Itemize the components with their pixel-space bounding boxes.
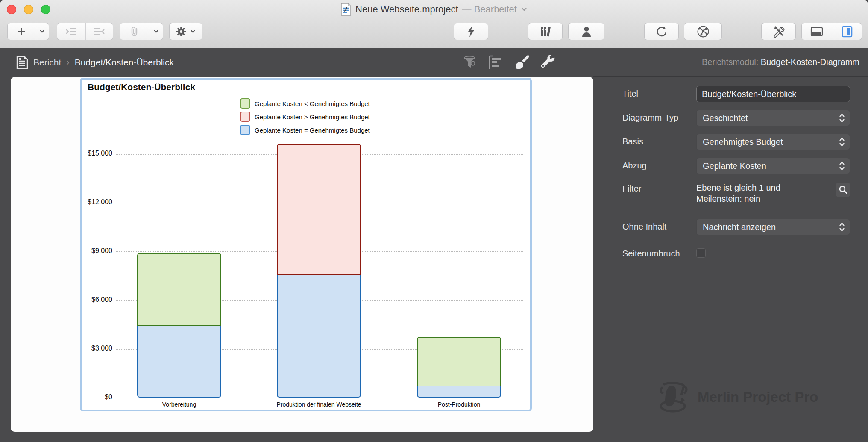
action-menu-button[interactable] [170,23,202,40]
diagramm-typ-select[interactable]: Geschichtet [696,110,850,126]
report-icon [16,56,28,69]
seitenumbruch-checkbox[interactable] [696,248,706,258]
document-icon [340,3,352,16]
chevron-down-icon[interactable] [521,7,528,12]
report-canvas[interactable]: Budget/Kosten-Überblick $0$3.000$6.000$9… [11,77,593,432]
sync-button-wrap [644,23,679,40]
category-label: Vorbereitung [111,401,247,408]
sync-button[interactable] [645,23,678,40]
network-button-wrap [684,23,722,40]
bar-segment [417,337,501,386]
category-label: Post-Produktion [391,401,527,408]
legend-swatch [240,98,250,109]
watermark: Merlin Project Pro [657,380,818,414]
view-option-icons [462,55,556,70]
indent-icon [65,27,77,36]
basis-select[interactable]: Genehmigtes Budget [696,134,850,150]
chevron-updown-icon [839,222,845,232]
window-title: Neue Webseite.mproject [355,4,458,15]
network-button[interactable] [684,23,721,40]
outdent-button[interactable] [85,23,113,40]
titel-input[interactable] [696,86,850,102]
conflicts-button-wrap [454,23,488,40]
attach-options-button[interactable] [149,23,163,40]
panel-toggle-group [801,23,862,40]
chevron-updown-icon [839,113,845,123]
module-caption: Berichtsmodul: Budget-Kosten-Diagramm [702,57,859,67]
settings-button-wrap [761,23,796,40]
indent-button-group [57,23,113,40]
chevron-down-icon [153,29,159,34]
ohne-inhalt-label: Ohne Inhalt [622,222,666,232]
legend-label: Geplante Kosten < Genehmigtes Budget [255,100,370,107]
diagramm-typ-label: Diagramm-Typ [622,113,678,123]
y-axis-tick-label: $12.000 [82,198,112,206]
attach-button-group [120,23,163,40]
chevron-updown-icon [839,137,845,147]
abzug-select[interactable]: Geplante Kosten [696,158,850,174]
legend-item: Geplante Kosten = Genehmigtes Budget [240,125,370,135]
legend-label: Geplante Kosten = Genehmigtes Budget [255,127,370,134]
gear-icon [176,26,187,37]
legend-swatch [240,125,250,135]
app-window: Neue Webseite.mproject — Bearbeitet [0,0,868,442]
breadcrumb-bar: Bericht › Budget/Kosten-Überblick [0,48,868,76]
module-caption-value: Budget-Kosten-Diagramm [761,57,859,67]
titel-label: Titel [622,89,638,99]
sync-icon [656,26,668,38]
chevron-down-icon [190,29,196,34]
resources-button[interactable] [569,23,604,40]
library-button[interactable] [528,23,562,40]
y-axis-tick-label: $9.000 [82,247,112,255]
y-axis-tick-label: $0 [82,393,112,401]
right-panel-icon [842,26,853,38]
abzug-label: Abzug [622,161,647,171]
breadcrumb-current[interactable]: Budget/Kosten-Überblick [75,57,174,68]
indent-button[interactable] [57,23,85,40]
breadcrumb-root[interactable]: Bericht [33,57,61,68]
legend-label: Geplante Kosten > Genehmigtes Budget [255,113,370,121]
chevron-down-icon [39,29,45,34]
window-modified-label: — Bearbeitet [462,4,517,15]
add-options-button[interactable] [35,23,49,40]
tools-icon [773,26,785,38]
filter-label: Filter [622,184,641,194]
filter-search-button[interactable] [836,183,850,197]
chevron-updown-icon [839,161,845,171]
settings-button[interactable] [762,23,795,40]
wrench-icon[interactable] [540,55,556,70]
y-axis-tick-label: $3.000 [82,345,112,352]
outdent-icon [93,27,105,36]
paintbrush-icon[interactable] [513,55,530,70]
conflicts-button[interactable] [454,23,488,40]
breadcrumb-separator: › [66,57,69,68]
filter-value: Ebene ist gleich 1 und Meilenstein: nein [696,182,824,204]
attach-button[interactable] [120,23,149,40]
funnel-icon[interactable] [462,55,478,70]
legend-swatch [240,112,250,122]
toggle-bottom-panel-button[interactable] [802,23,832,40]
chart-title: Budget/Kosten-Überblick [88,82,195,92]
add-button[interactable] [8,23,35,40]
gridline [116,398,523,398]
lightning-icon [467,26,475,38]
bar-segment [277,274,361,398]
search-icon [839,185,848,194]
toggle-right-panel-button[interactable] [832,23,862,40]
titlebar-toolbar: Neue Webseite.mproject — Bearbeitet [0,0,868,48]
outline-icon[interactable] [488,55,503,70]
merlin-logo [657,380,690,414]
watermark-text: Merlin Project Pro [698,389,818,405]
bar-segment [137,253,221,326]
chart-module[interactable]: Budget/Kosten-Überblick $0$3.000$6.000$9… [80,78,532,411]
bar-segment [417,386,501,398]
bar-segment [137,325,221,398]
library-button-wrap [528,23,563,40]
bar-segment [277,144,361,275]
breadcrumb: Bericht › Budget/Kosten-Überblick [0,56,174,69]
legend-item: Geplante Kosten < Genehmigtes Budget [240,98,370,109]
seitenumbruch-label: Seitenumbruch [622,249,680,259]
main-area: Budget/Kosten-Überblick $0$3.000$6.000$9… [0,76,868,442]
diagramm-typ-value: Geschichtet [703,113,839,123]
ohne-inhalt-select[interactable]: Nachricht anzeigen [696,219,850,235]
